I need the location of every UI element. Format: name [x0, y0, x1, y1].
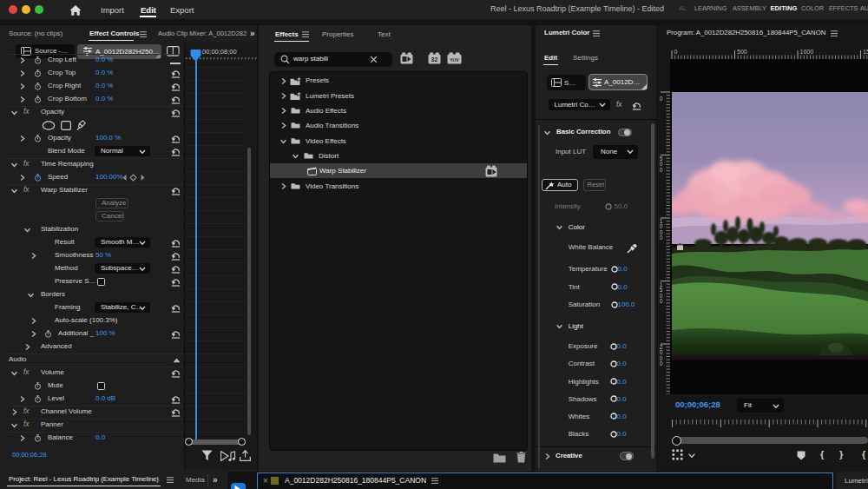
svg-text:32: 32 [431, 56, 438, 63]
svg-text:0: 0 [660, 96, 663, 102]
svg-text:0: 0 [660, 235, 663, 241]
svg-text:0: 0 [660, 166, 663, 172]
svg-text:0: 0 [660, 298, 663, 304]
svg-text:YUV: YUV [450, 57, 459, 63]
svg-text:0: 0 [660, 360, 663, 367]
